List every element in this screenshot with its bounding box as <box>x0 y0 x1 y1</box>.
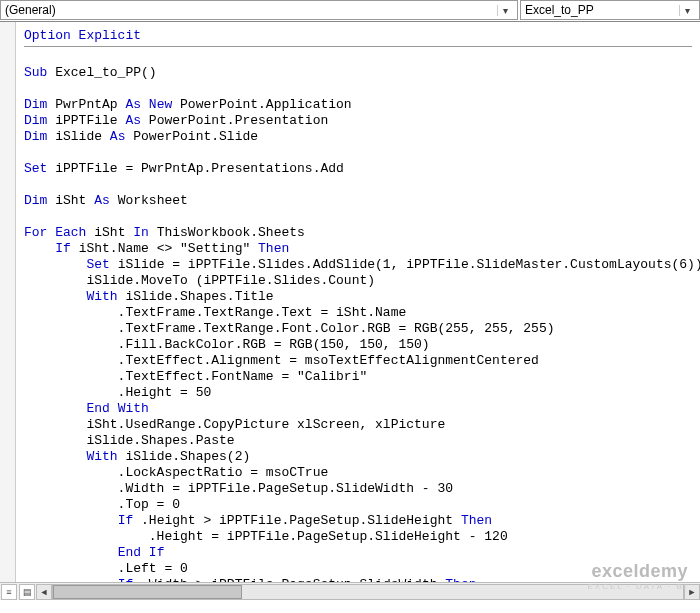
kw-endif: End If <box>118 545 165 560</box>
t: .Height = iPPTFile.PageSetup.SlideHeight… <box>24 529 508 544</box>
kw-as: As <box>125 113 141 128</box>
t <box>24 241 55 256</box>
t: iSlide <box>47 129 109 144</box>
kw-option: Option Explicit <box>24 28 141 43</box>
t: iSlide.Shapes(2) <box>118 449 251 464</box>
t: .TextEffect.Alignment = msoTextEffectAli… <box>24 353 539 368</box>
t: PowerPoint.Presentation <box>141 113 328 128</box>
kw-dim: Dim <box>24 193 47 208</box>
kw-then: Then <box>445 577 476 582</box>
chevron-down-icon: ▾ <box>679 5 695 16</box>
full-module-view-button[interactable]: ▤ <box>19 584 35 600</box>
t: ThisWorkbook.Sheets <box>149 225 305 240</box>
kw-with: With <box>86 289 117 304</box>
t: iSlide.Shapes.Paste <box>24 433 235 448</box>
chevron-down-icon: ▾ <box>497 5 513 16</box>
kw-with: With <box>86 449 117 464</box>
horizontal-scrollbar[interactable] <box>52 584 684 600</box>
t <box>24 401 86 416</box>
t: .Fill.BackColor.RGB = RGB(150, 150, 150) <box>24 337 430 352</box>
kw-if: If <box>118 513 134 528</box>
t: .LockAspectRatio = msoCTrue <box>24 465 328 480</box>
kw-dim: Dim <box>24 113 47 128</box>
kw-set: Set <box>24 161 47 176</box>
t: iSlide.Shapes.Title <box>118 289 274 304</box>
bottom-bar: ≡ ▤ ◄ ► <box>0 582 700 600</box>
t: iPPTFile = PwrPntAp.Presentations.Add <box>47 161 343 176</box>
t: Worksheet <box>110 193 188 208</box>
kw-dim: Dim <box>24 129 47 144</box>
kw-as: As <box>94 193 110 208</box>
procedure-dropdown[interactable]: Excel_to_PP ▾ <box>520 0 700 20</box>
kw-if: If <box>55 241 71 256</box>
t: .TextEffect.FontName = "Calibri" <box>24 369 367 384</box>
t: iPPTFile <box>47 113 125 128</box>
scroll-thumb[interactable] <box>53 585 242 599</box>
procedure-view-button[interactable]: ≡ <box>1 584 17 600</box>
margin-indicator-bar[interactable] <box>0 22 16 582</box>
kw-foreach: For Each <box>24 225 86 240</box>
editor: Option Explicit Sub Excel_to_PP() Dim Pw… <box>0 22 700 582</box>
kw-as-new: As New <box>125 97 172 112</box>
t: iSlide = iPPTFile.Slides.AddSlide(1, iPP… <box>110 257 700 272</box>
kw-sub: Sub <box>24 65 47 80</box>
t: iSlide.MoveTo (iPPTFile.Slides.Count) <box>24 273 375 288</box>
t: PowerPoint.Application <box>172 97 351 112</box>
toolbar: (General) ▾ Excel_to_PP ▾ <box>0 0 700 22</box>
t: iSht <box>86 225 133 240</box>
kw-then: Then <box>258 241 289 256</box>
procedure-dropdown-text: Excel_to_PP <box>525 3 679 17</box>
kw-as: As <box>110 129 126 144</box>
t: .Width = iPPTFile.PageSetup.SlideWidth -… <box>24 481 453 496</box>
t: .Height > iPPTFile.PageSetup.SlideHeight <box>133 513 461 528</box>
kw-then: Then <box>461 513 492 528</box>
scroll-right-button[interactable]: ► <box>684 584 700 600</box>
t: PwrPntAp <box>47 97 125 112</box>
kw-if: If <box>118 577 134 582</box>
t: iSht.Name <> "Setting" <box>71 241 258 256</box>
kw-in: In <box>133 225 149 240</box>
kw-endwith: End With <box>86 401 148 416</box>
t: .Height = 50 <box>24 385 211 400</box>
t: iSht <box>47 193 94 208</box>
t <box>24 545 118 560</box>
t: .TextFrame.TextRange.Text = iSht.Name <box>24 305 406 320</box>
t <box>24 513 118 528</box>
t <box>24 257 86 272</box>
t: .Top = 0 <box>24 497 180 512</box>
scroll-left-button[interactable]: ◄ <box>36 584 52 600</box>
procedure-separator <box>24 46 692 47</box>
t <box>24 289 86 304</box>
code-pane[interactable]: Option Explicit Sub Excel_to_PP() Dim Pw… <box>16 22 700 582</box>
object-dropdown-text: (General) <box>5 3 497 17</box>
t: .Width > iPPTFile.PageSetup.SlideWidth <box>133 577 445 582</box>
t: iSht.UsedRange.CopyPicture xlScreen, xlP… <box>24 417 445 432</box>
kw-set: Set <box>86 257 109 272</box>
t: Excel_to_PP() <box>47 65 156 80</box>
t: PowerPoint.Slide <box>125 129 258 144</box>
t <box>24 449 86 464</box>
t <box>24 577 118 582</box>
t: .Left = 0 <box>24 561 188 576</box>
object-dropdown[interactable]: (General) ▾ <box>0 0 518 20</box>
kw-dim: Dim <box>24 97 47 112</box>
t: .TextFrame.TextRange.Font.Color.RGB = RG… <box>24 321 555 336</box>
